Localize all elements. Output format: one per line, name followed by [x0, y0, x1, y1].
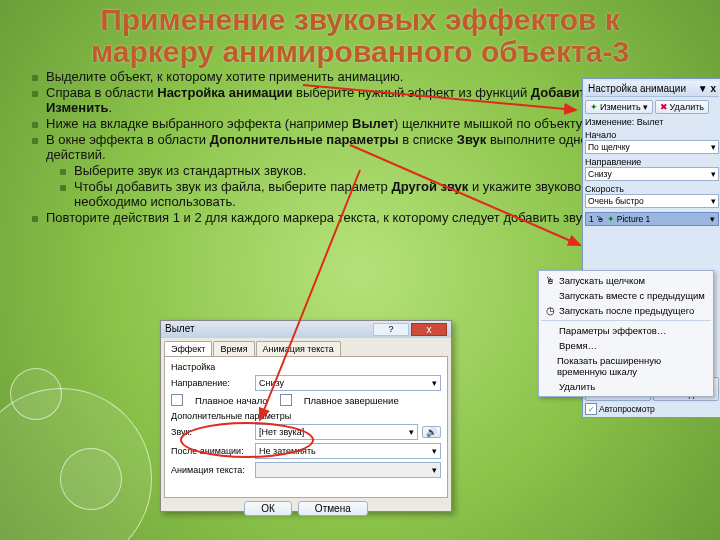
- t: [Нет звука]: [259, 427, 304, 437]
- t: Изменить: [600, 102, 641, 112]
- t: Удалить: [559, 381, 595, 392]
- dialog-body: Настройка Направление: Снизу▾ Плавное на…: [164, 357, 448, 498]
- context-menu: 🖱Запускать щелчком Запускать вместе с пр…: [538, 270, 714, 397]
- after-select[interactable]: Не затемнять▾: [255, 443, 441, 459]
- deco-circle: [10, 368, 62, 420]
- menu-start-click[interactable]: 🖱Запускать щелчком: [541, 273, 711, 288]
- menu-start-after[interactable]: ◷Запускать после предыдущего: [541, 303, 711, 318]
- t: В окне эффекта в области: [46, 132, 210, 147]
- t: Снизу: [588, 169, 612, 179]
- t: ) щелкните мышкой по объекту.: [394, 116, 585, 131]
- t: в списке: [399, 132, 457, 147]
- t-bold: Другой звук: [391, 179, 468, 194]
- dialog-title: Вылет: [165, 323, 195, 336]
- chevron-down-icon: ▾: [432, 465, 437, 475]
- t-bold: Дополнительные параметры: [210, 132, 399, 147]
- t: Чтобы добавить звук из файла, выберите п…: [74, 179, 391, 194]
- start-label: Начало: [585, 130, 719, 140]
- section-additional: Дополнительные параметры: [171, 411, 441, 421]
- sound-volume-button[interactable]: 🔊: [422, 426, 441, 438]
- direction-select[interactable]: Снизу▾: [255, 375, 441, 391]
- star-icon: ✦: [590, 102, 598, 112]
- t-bold: Звук: [457, 132, 487, 147]
- chevron-down-icon: ▾: [432, 378, 437, 388]
- speed-label: Скорость: [585, 184, 719, 194]
- star-icon: ✦: [607, 214, 615, 224]
- help-button[interactable]: ?: [373, 323, 409, 336]
- dialog-titlebar: Вылет ? x: [161, 321, 451, 338]
- ok-button[interactable]: ОК: [244, 501, 292, 516]
- remove-icon: ✖: [660, 102, 668, 112]
- menu-timing[interactable]: Время…: [541, 338, 711, 353]
- anim-text-select: ▾: [255, 462, 441, 478]
- animation-list-item[interactable]: 1 🖱 ✦ Picture 1 ▾: [585, 212, 719, 226]
- t: Снизу: [259, 378, 284, 388]
- t: .: [109, 100, 113, 115]
- smooth-end-checkbox[interactable]: [280, 394, 292, 406]
- change-button[interactable]: ✦Изменить▾: [585, 100, 653, 114]
- t: По щелчку: [588, 142, 630, 152]
- start-select[interactable]: По щелчку▾: [585, 140, 719, 154]
- t-bold: Изменить: [46, 100, 109, 115]
- direction-label: Направление:: [171, 378, 251, 388]
- dialog-tabs: Эффект Время Анимация текста: [164, 341, 448, 357]
- pane-title: Настройка анимации: [588, 83, 686, 94]
- t: Плавное завершение: [304, 395, 399, 406]
- chevron-down-icon: ▾: [409, 427, 414, 437]
- close-button[interactable]: x: [411, 323, 447, 336]
- mouse-icon: 🖱: [545, 275, 555, 286]
- item-text: Picture 1: [617, 214, 651, 224]
- pane-header: Настройка анимации ▼ x: [585, 81, 719, 97]
- direction-label: Направление: [585, 157, 719, 167]
- t: Параметры эффектов…: [559, 325, 666, 336]
- chevron-down-icon: ▾: [643, 102, 648, 112]
- item-num: 1: [589, 214, 594, 224]
- remove-button[interactable]: ✖Удалить: [655, 100, 709, 114]
- t: Показать расширенную временную шкалу: [557, 355, 707, 377]
- t: Плавное начало: [195, 395, 268, 406]
- sound-label: Звук:: [171, 427, 251, 437]
- change-label: Изменение: Вылет: [585, 117, 719, 127]
- page-title: Применение звуковых эффектов к маркеру а…: [0, 0, 720, 69]
- t: Не затемнять: [259, 446, 316, 456]
- t-bold: Вылет: [352, 116, 394, 131]
- t: Время…: [559, 340, 597, 351]
- t: Справа в области: [46, 85, 157, 100]
- mouse-icon: 🖱: [596, 214, 605, 224]
- chevron-down-icon: ▾: [711, 169, 716, 179]
- tab-effect[interactable]: Эффект: [164, 341, 212, 356]
- tab-timing[interactable]: Время: [213, 341, 254, 356]
- chevron-down-icon: ▾: [711, 142, 716, 152]
- t: Очень быстро: [588, 196, 644, 206]
- cancel-button[interactable]: Отмена: [298, 501, 368, 516]
- t: Удалить: [670, 102, 704, 112]
- tab-text-anim[interactable]: Анимация текста: [256, 341, 341, 356]
- direction-select[interactable]: Снизу▾: [585, 167, 719, 181]
- chevron-down-icon: ▾: [432, 446, 437, 456]
- t: Ниже на вкладке выбранного эффекта (напр…: [46, 116, 352, 131]
- autopreview-checkbox[interactable]: ✓Автопросмотр: [585, 403, 719, 415]
- section-settings: Настройка: [171, 362, 441, 372]
- dialog-footer: ОК Отмена: [161, 501, 451, 516]
- menu-remove[interactable]: Удалить: [541, 379, 711, 394]
- chevron-down-icon: ▾: [710, 214, 715, 224]
- sound-select[interactable]: [Нет звука]▾: [255, 424, 418, 440]
- after-label: После анимации:: [171, 446, 251, 456]
- t-bold: Настройка анимации: [157, 85, 292, 100]
- deco-circle: [60, 448, 122, 510]
- menu-effect-options[interactable]: Параметры эффектов…: [541, 323, 711, 338]
- t: Автопросмотр: [599, 404, 655, 414]
- chevron-down-icon: ▾: [711, 196, 716, 206]
- clock-icon: ◷: [545, 305, 555, 316]
- t: Запускать щелчком: [559, 275, 645, 286]
- pane-close-icon[interactable]: ▼ x: [698, 83, 716, 94]
- menu-start-with[interactable]: Запускать вместе с предыдущим: [541, 288, 711, 303]
- speed-select[interactable]: Очень быстро▾: [585, 194, 719, 208]
- anim-text-label: Анимация текста:: [171, 465, 251, 475]
- effect-dialog: Вылет ? x Эффект Время Анимация текста Н…: [160, 320, 452, 512]
- t: Запускать вместе с предыдущим: [559, 290, 705, 301]
- smooth-start-checkbox[interactable]: [171, 394, 183, 406]
- t: выберите нужный эффект из функций: [292, 85, 530, 100]
- menu-timeline[interactable]: Показать расширенную временную шкалу: [541, 353, 711, 379]
- t: Запускать после предыдущего: [559, 305, 694, 316]
